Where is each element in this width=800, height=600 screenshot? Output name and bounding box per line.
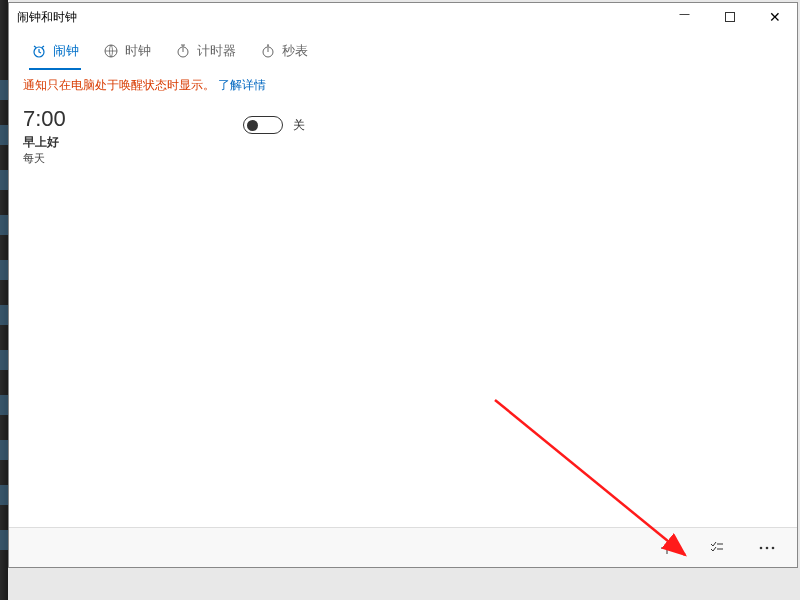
minimize-button[interactable]: — bbox=[662, 3, 707, 31]
alarm-time: 7:00 bbox=[23, 106, 243, 132]
svg-point-6 bbox=[772, 546, 775, 549]
toggle-label: 关 bbox=[293, 117, 305, 134]
globe-icon bbox=[103, 43, 119, 59]
notice-text: 通知只在电脑处于唤醒状态时显示。 bbox=[23, 78, 215, 92]
app-window: 闹钟和时钟 — ✕ 闹钟 时钟 计时器 bbox=[8, 2, 798, 568]
alarm-title: 早上好 bbox=[23, 134, 243, 151]
svg-point-4 bbox=[760, 546, 763, 549]
timer-icon bbox=[175, 43, 191, 59]
select-button[interactable] bbox=[701, 532, 733, 564]
close-button[interactable]: ✕ bbox=[752, 3, 797, 31]
command-bar bbox=[9, 527, 797, 567]
plus-icon bbox=[658, 539, 676, 557]
add-button[interactable] bbox=[651, 532, 683, 564]
more-icon bbox=[758, 545, 776, 551]
notice-link[interactable]: 了解详情 bbox=[218, 78, 266, 92]
alarm-item[interactable]: 7:00 早上好 每天 关 bbox=[23, 100, 783, 172]
alarm-icon bbox=[31, 43, 47, 59]
select-icon bbox=[708, 539, 726, 557]
svg-point-5 bbox=[766, 546, 769, 549]
more-button[interactable] bbox=[751, 532, 783, 564]
stopwatch-icon bbox=[260, 43, 276, 59]
window-title: 闹钟和时钟 bbox=[17, 9, 662, 26]
tab-bar: 闹钟 时钟 计时器 秒表 bbox=[9, 31, 797, 71]
tab-stopwatch[interactable]: 秒表 bbox=[248, 31, 320, 70]
alarm-repeat: 每天 bbox=[23, 151, 243, 166]
alarm-toggle[interactable] bbox=[243, 116, 283, 134]
tab-timer[interactable]: 计时器 bbox=[163, 31, 248, 70]
tab-clock[interactable]: 时钟 bbox=[91, 31, 163, 70]
tab-label: 时钟 bbox=[125, 42, 151, 60]
tab-label: 秒表 bbox=[282, 42, 308, 60]
titlebar: 闹钟和时钟 — ✕ bbox=[9, 3, 797, 31]
maximize-button[interactable] bbox=[707, 3, 752, 31]
tab-label: 计时器 bbox=[197, 42, 236, 60]
desktop-left-edge bbox=[0, 0, 8, 600]
notice-bar: 通知只在电脑处于唤醒状态时显示。 了解详情 bbox=[9, 71, 797, 100]
tab-alarm[interactable]: 闹钟 bbox=[19, 31, 91, 70]
tab-label: 闹钟 bbox=[53, 42, 79, 60]
alarm-list: 7:00 早上好 每天 关 bbox=[9, 100, 797, 527]
